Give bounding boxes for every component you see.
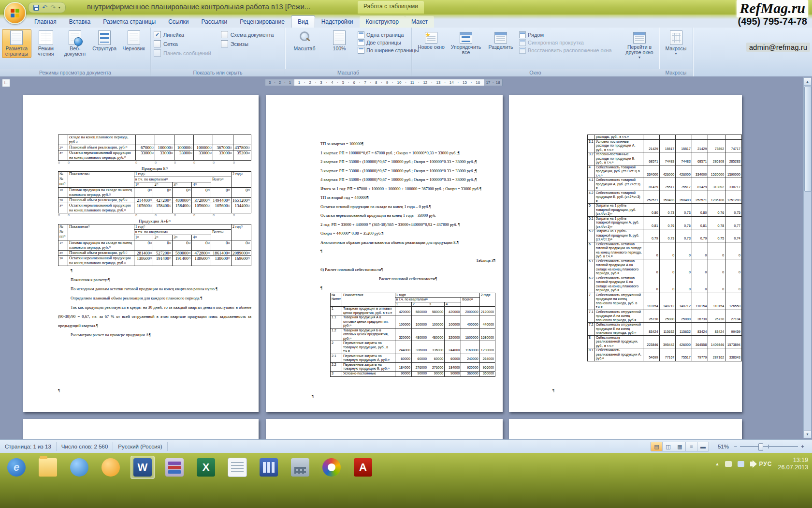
vertical-scrollbar[interactable]: ▲ ▼ — [803, 77, 812, 438]
print-layout-view-button[interactable]: ▤ — [651, 442, 663, 451]
acrobat-icon[interactable]: A — [351, 456, 375, 478]
table-row: складе на конец планового периода, руб.¤ — [58, 135, 251, 145]
document-page-5-stub[interactable] — [266, 419, 503, 439]
value-cell: 0,73 — [676, 204, 692, 217]
switch-windows-button[interactable]: Перейти в другое окно▼ — [622, 29, 657, 60]
checkbox-Схема документа[interactable]: Схема документа — [221, 31, 274, 38]
value-cell: 35200¤ — [233, 150, 251, 161]
tray-app-icon[interactable] — [725, 461, 732, 467]
outline-button[interactable]: Структура — [90, 29, 119, 53]
winrar-icon[interactable] — [163, 456, 186, 478]
web-layout-view-button[interactable]: ▦ — [674, 442, 686, 451]
checkbox-label: Панель сообщений — [163, 50, 211, 56]
document-page-4-stub[interactable] — [23, 419, 259, 439]
document-page-2[interactable]: ТП за квартал = 100000¶1 квартал: РП = 1… — [266, 95, 503, 412]
value-cell: 334000 — [643, 165, 660, 178]
draft-button[interactable]: Черновик — [119, 29, 148, 53]
undo-icon[interactable]: ↶ — [42, 4, 47, 11]
split-window-button[interactable]: Разделить — [483, 29, 518, 51]
page-100-button[interactable]: 100% — [322, 29, 357, 53]
zoom-in-icon[interactable]: + — [801, 443, 804, 450]
tab-Вставка[interactable]: Вставка — [63, 16, 97, 28]
zoom-slider-thumb[interactable] — [758, 443, 763, 451]
draft-view-button[interactable]: ▬ — [697, 442, 709, 451]
tray-network-icon[interactable] — [738, 461, 744, 467]
macros-button[interactable]: Макросы▼ — [661, 29, 691, 57]
page-indicator[interactable]: Страница: 1 из 13 — [0, 442, 57, 451]
language-indicator[interactable]: Русский (Россия) — [113, 442, 167, 451]
value-cell: 0 — [708, 276, 725, 293]
table-row: 1.2Товарная продукция Б в оптовых ценах … — [331, 328, 495, 341]
document-page-6-stub[interactable] — [509, 419, 742, 439]
volume-icon[interactable] — [750, 462, 753, 466]
tab-Разметка страницы[interactable]: Разметка страницы — [97, 16, 162, 28]
library-icon[interactable] — [257, 456, 280, 478]
paint-icon[interactable] — [320, 456, 343, 478]
value-cell: 0 — [643, 276, 660, 293]
zoom-out-icon[interactable]: − — [734, 443, 737, 450]
read-mode-button[interactable]: Режим чтения — [31, 29, 61, 58]
scroll-down-arrow[interactable]: ▼ — [804, 430, 811, 438]
excel-icon[interactable]: X — [194, 456, 218, 478]
word-count[interactable]: Число слов: 2 560 — [57, 442, 114, 451]
word-icon[interactable]: W — [130, 456, 155, 479]
tab-Ссылки[interactable]: Ссылки — [162, 16, 195, 28]
checkbox-Сетка[interactable]: Сетка — [154, 40, 211, 47]
sync-scroll-button[interactable]: Синхронная прокрутка — [519, 39, 621, 46]
magnifier-button[interactable]: Масштаб — [287, 29, 322, 53]
checkbox-Линейка[interactable]: ✓Линейка — [154, 31, 211, 38]
arrange-all-button[interactable]: Упорядочить все — [449, 29, 483, 57]
page-layout-button[interactable]: Разметка страницы — [2, 29, 31, 58]
checkbox-Эскизы[interactable]: Эскизы — [221, 40, 274, 47]
value-cell: 83424 — [708, 323, 725, 336]
scroll-up-arrow[interactable]: ▲ — [804, 78, 811, 86]
zoom-level[interactable]: 51% — [718, 444, 729, 449]
office-button[interactable] — [4, 2, 26, 24]
document-page-1[interactable]: складе на конец планового периода, руб.¤… — [23, 95, 259, 412]
notes-icon[interactable] — [226, 456, 249, 478]
draft-icon — [128, 30, 140, 45]
side-by-side-button[interactable]: Рядом — [519, 31, 621, 38]
mail-icon[interactable] — [99, 456, 122, 478]
qat-more-icon[interactable]: ▾ — [58, 5, 60, 10]
redo-icon[interactable]: ↷ — [50, 4, 56, 11]
value-cell: 0¤ — [231, 188, 251, 198]
two-pages-button[interactable]: Две страницы — [358, 39, 419, 46]
internet-explorer-icon[interactable]: e — [5, 456, 28, 478]
one-page-button[interactable]: Одна страница — [358, 31, 419, 38]
row-label-cell: Плановый объем реализации, руб.¤ — [68, 251, 134, 256]
value-cell: 580000 — [428, 307, 445, 315]
row-number-cell: 4.2 — [588, 191, 595, 204]
tab-Конструктор[interactable]: Конструктор — [360, 16, 405, 28]
reset-position-button[interactable]: Восстановить расположение окна — [519, 47, 621, 54]
horizontal-ruler[interactable]: 3·2·11·2·3·4·5·6·7·8·9·10·11·12·13·14·15… — [265, 79, 503, 86]
page-width-button[interactable]: По ширине страницы — [358, 47, 419, 54]
scrollbar-thumb[interactable] — [804, 87, 812, 192]
tab-Вид[interactable]: Вид — [291, 15, 315, 28]
browser-icon[interactable] — [68, 456, 91, 478]
new-window-button[interactable]: Новое окно — [414, 29, 449, 51]
clock[interactable]: 13:19 26.07.2013 — [778, 457, 808, 471]
tab-Рецензирование[interactable]: Рецензирование — [233, 16, 291, 28]
tab-selector[interactable]: ∟ — [2, 79, 10, 87]
folder-icon[interactable] — [36, 456, 59, 478]
keyboard-language[interactable]: РУС — [759, 461, 772, 467]
tray-expand-icon[interactable]: ▲ — [715, 462, 720, 466]
tab-Рассылки[interactable]: Рассылки — [195, 16, 233, 28]
header-cell: 4 — [445, 302, 461, 307]
switch-windows-icon — [633, 32, 646, 44]
tab-Макет[interactable]: Макет — [405, 16, 434, 28]
save-icon[interactable] — [33, 5, 39, 11]
table-row: 4.1Себестоимость товарной продукции А, р… — [588, 178, 742, 191]
calculator-icon[interactable] — [289, 456, 312, 478]
header-cell: 4¤ — [192, 182, 211, 188]
tab-Главная[interactable]: Главная — [28, 16, 63, 28]
checkbox-Панель сообщений[interactable]: Панель сообщений — [154, 49, 211, 57]
zoom-slider[interactable]: − + — [734, 443, 804, 450]
full-screen-reading-view-button[interactable]: ◫ — [663, 442, 674, 451]
tab-Надстройки[interactable]: Надстройки — [315, 16, 360, 28]
ribbon-group-show-hide: ✓ЛинейкаСеткаПанель сообщенийСхема докум… — [151, 28, 285, 76]
web-layout-button[interactable]: Веб-документ — [60, 29, 90, 58]
outline-view-button[interactable]: ≡ — [686, 442, 697, 451]
document-page-3[interactable]: расходы, руб., в т.ч.¤3.1Условно-постоян… — [509, 95, 742, 412]
